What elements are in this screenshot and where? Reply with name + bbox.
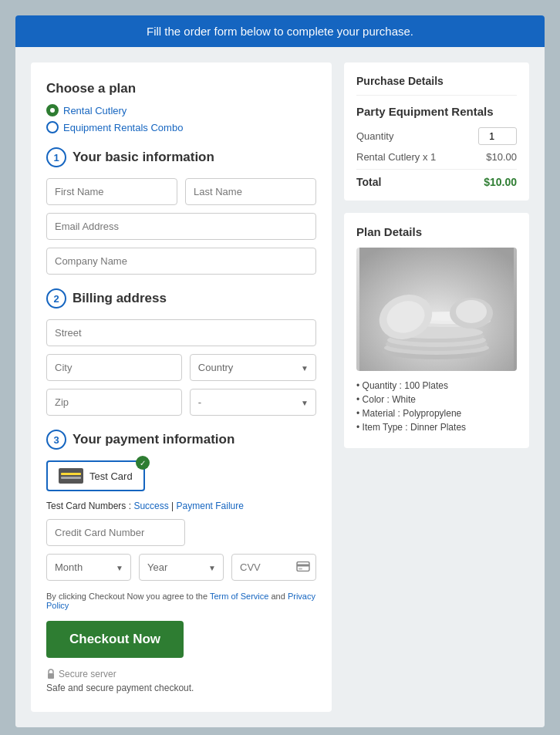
basic-info-title: Your basic information — [73, 150, 214, 165]
expiry-cvv-row: Month 010203 040506 070809 101112 Year 2… — [46, 554, 316, 581]
success-link[interactable]: Success — [133, 501, 168, 511]
plates-svg — [356, 248, 517, 371]
plan-bullet: Material : Polypropylene — [356, 408, 517, 419]
step-2-number: 2 — [46, 288, 66, 308]
party-equipment-title: Party Equipment Rentals — [356, 105, 517, 118]
plan-bullet: Quantity : 100 Plates — [356, 380, 517, 391]
card-icon — [59, 468, 83, 484]
plan-bullet: Color : White — [356, 394, 517, 405]
choose-plan-section: Choose a plan Rental Cutlery Equipment R… — [46, 81, 316, 133]
company-row — [46, 248, 316, 275]
total-label: Total — [356, 176, 381, 188]
quantity-label: Quantity — [356, 130, 393, 142]
rental-cutlery-option[interactable]: Rental Cutlery — [46, 104, 316, 116]
right-panel: Purchase Details Party Equipment Rentals… — [344, 62, 529, 712]
month-select-wrapper: Month 010203 040506 070809 101112 — [46, 554, 131, 581]
step-1-number: 1 — [46, 147, 66, 167]
card-checkmark: ✓ — [136, 456, 150, 470]
choose-plan-title: Choose a plan — [46, 81, 316, 96]
svg-rect-2 — [299, 568, 302, 569]
terms-link[interactable]: Term of Service — [210, 592, 268, 601]
rental-cutlery-radio[interactable] — [46, 104, 59, 116]
street-row — [46, 319, 316, 346]
cc-row — [46, 519, 316, 546]
country-select-wrapper: Country — [190, 354, 316, 381]
city-country-row: Country — [46, 354, 316, 381]
year-select[interactable]: Year 202420252026 202720282029 — [139, 554, 224, 581]
billing-title: Billing address — [73, 291, 167, 306]
svg-rect-1 — [297, 564, 309, 566]
quantity-input[interactable] — [478, 127, 517, 145]
total-row: Total $10.00 — [356, 176, 517, 188]
street-input[interactable] — [46, 319, 316, 346]
and-text: and — [271, 592, 287, 601]
top-banner: Fill the order form below to complete yo… — [15, 15, 545, 47]
card-label: Test Card — [89, 470, 133, 482]
state-select[interactable]: - — [190, 389, 316, 416]
state-select-wrapper: - — [190, 389, 316, 416]
safe-text: Safe and secure payment checkout. — [46, 683, 316, 693]
equipment-rental-label: Equipment Rentals Combo — [63, 122, 183, 133]
test-card-option[interactable]: Test Card ✓ — [46, 460, 145, 491]
payment-header: 3 Your payment information — [46, 430, 316, 450]
card-stripe-1 — [61, 473, 81, 475]
zip-state-row: - — [46, 389, 316, 416]
step-3-number: 3 — [46, 430, 66, 450]
city-input[interactable] — [46, 354, 182, 381]
email-input[interactable] — [46, 213, 316, 240]
plan-details-title: Plan Details — [356, 225, 517, 238]
checkout-button[interactable]: Checkout Now — [46, 621, 184, 658]
billing-header: 2 Billing address — [46, 288, 316, 308]
lock-icon — [46, 669, 56, 679]
svg-rect-3 — [48, 673, 54, 679]
cvv-icon — [296, 561, 310, 574]
name-row — [46, 178, 316, 205]
basic-info-header: 1 Your basic information — [46, 147, 316, 167]
total-amount: $10.00 — [484, 176, 517, 188]
equipment-rental-radio[interactable] — [46, 121, 59, 133]
zip-input[interactable] — [46, 389, 182, 416]
year-select-wrapper: Year 202420252026 202720282029 — [139, 554, 224, 581]
plan-bullets: Quantity : 100 PlatesColor : WhiteMateri… — [356, 380, 517, 433]
plan-details-box: Plan Details — [344, 213, 529, 448]
test-card-label: Test Card Numbers : — [46, 501, 133, 511]
first-name-input[interactable] — [46, 178, 177, 205]
secure-server: Secure server — [46, 669, 316, 679]
plan-image — [356, 248, 517, 371]
email-row — [46, 213, 316, 240]
cvv-wrapper — [231, 554, 316, 581]
month-select[interactable]: Month 010203 040506 070809 101112 — [46, 554, 131, 581]
quantity-row: Quantity — [356, 127, 517, 145]
item-price: $10.00 — [486, 151, 517, 163]
card-stripe-2 — [61, 477, 81, 479]
country-select[interactable]: Country — [190, 354, 316, 381]
terms-text: By clicking Checkout Now you agree to th… — [46, 592, 316, 610]
left-panel: Choose a plan Rental Cutlery Equipment R… — [31, 62, 332, 712]
last-name-input[interactable] — [185, 178, 316, 205]
payment-title: Your payment information — [73, 432, 234, 447]
company-input[interactable] — [46, 248, 316, 275]
banner-text: Fill the order form below to complete yo… — [147, 25, 413, 38]
test-card-numbers: Test Card Numbers : Success | Payment Fa… — [46, 501, 316, 511]
cc-number-input[interactable] — [46, 519, 185, 546]
svg-point-17 — [456, 300, 487, 323]
plan-bullet: Item Type : Dinner Plates — [356, 422, 517, 433]
purchase-details-box: Purchase Details Party Equipment Rentals… — [344, 62, 529, 201]
item-label: Rental Cutlery x 1 — [356, 151, 436, 163]
terms-prefix: By clicking Checkout Now you agree to th… — [46, 592, 210, 601]
main-content: Choose a plan Rental Cutlery Equipment R… — [15, 47, 545, 727]
secure-text: Secure server — [59, 669, 116, 679]
page-wrapper: Fill the order form below to complete yo… — [15, 15, 545, 727]
payment-failure-link[interactable]: Payment Failure — [177, 501, 244, 511]
purchase-details-title: Purchase Details — [356, 75, 517, 96]
rental-cutlery-label: Rental Cutlery — [63, 105, 127, 116]
equipment-rental-option[interactable]: Equipment Rentals Combo — [46, 121, 316, 133]
item-row: Rental Cutlery x 1 $10.00 — [356, 151, 517, 170]
